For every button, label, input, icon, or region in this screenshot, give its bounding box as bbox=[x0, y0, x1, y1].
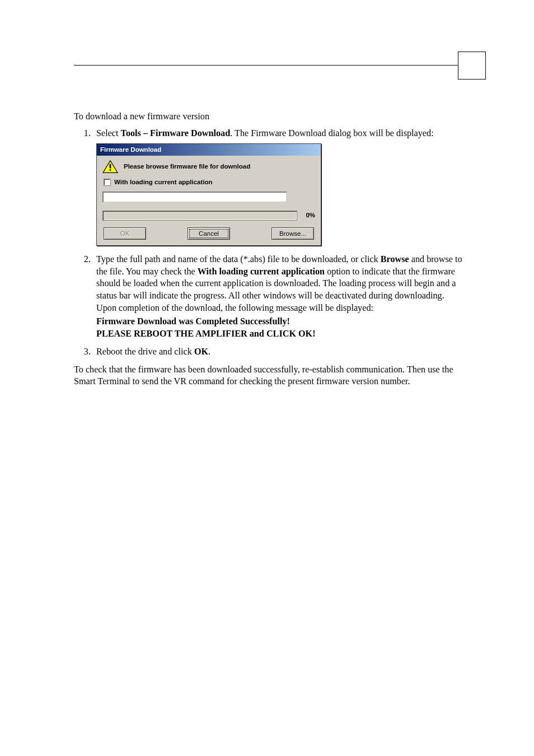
progress-bar bbox=[102, 211, 297, 221]
svg-rect-1 bbox=[110, 164, 111, 169]
step-1: Select Tools – Firmware Download. The Fi… bbox=[93, 128, 465, 246]
dialog-body: Please browse firmware file for download… bbox=[97, 156, 321, 245]
steps-list: Select Tools – Firmware Download. The Fi… bbox=[74, 128, 465, 358]
step-2-withload: With loading current application bbox=[198, 267, 325, 277]
dialog-button-row: OK Cancel Browse... bbox=[102, 227, 315, 240]
with-loading-checkbox-row[interactable]: With loading current application bbox=[104, 178, 315, 187]
cancel-button[interactable]: Cancel bbox=[188, 227, 230, 240]
completion-message-line-2: PLEASE REBOOT THE AMPLIFIER and CLICK OK… bbox=[96, 328, 465, 340]
dialog-message-row: Please browse firmware file for download bbox=[102, 160, 315, 174]
svg-rect-2 bbox=[110, 170, 111, 171]
header-divider bbox=[74, 65, 486, 66]
step-3-ok: OK bbox=[194, 347, 208, 357]
with-loading-checkbox[interactable] bbox=[104, 179, 111, 186]
completion-message-line-1: Firmware Download was Completed Successf… bbox=[96, 316, 465, 328]
completion-message-block: Firmware Download was Completed Successf… bbox=[96, 316, 465, 340]
step-2-text-a: Type the full path and name of the data … bbox=[96, 254, 381, 264]
dialog-screenshot: Firmware Download Please browse firmware… bbox=[96, 143, 465, 246]
progress-row: 0% bbox=[102, 211, 315, 221]
step-3-text-a: Reboot the drive and click bbox=[96, 347, 194, 357]
step-3-text-b: . bbox=[208, 347, 210, 357]
closing-text: To check that the firmware has been down… bbox=[74, 364, 465, 389]
ok-button[interactable]: OK bbox=[104, 227, 146, 240]
progress-percent: 0% bbox=[302, 211, 315, 220]
body-content: To download a new firmware version Selec… bbox=[74, 111, 465, 393]
intro-text: To download a new firmware version bbox=[74, 111, 465, 123]
step-1-menu-path: Tools – Firmware Download bbox=[121, 128, 231, 138]
step-2-browse: Browse bbox=[381, 254, 409, 264]
step-1-text-b: . The Firmware Download dialog box will … bbox=[230, 128, 433, 138]
step-2: Type the full path and name of the data … bbox=[93, 254, 465, 340]
step-3: Reboot the drive and click OK. bbox=[93, 346, 465, 358]
browse-button[interactable]: Browse... bbox=[271, 227, 314, 240]
with-loading-label: With loading current application bbox=[114, 178, 213, 187]
dialog-message-text: Please browse firmware file for download bbox=[124, 162, 250, 171]
dialog-titlebar: Firmware Download bbox=[97, 144, 321, 156]
firmware-download-dialog: Firmware Download Please browse firmware… bbox=[96, 143, 321, 246]
header-page-box bbox=[458, 52, 486, 80]
step-1-text-a: Select bbox=[96, 128, 121, 138]
warning-icon bbox=[102, 160, 118, 174]
page: To download a new firmware version Selec… bbox=[0, 0, 534, 756]
file-path-input[interactable] bbox=[102, 192, 287, 203]
